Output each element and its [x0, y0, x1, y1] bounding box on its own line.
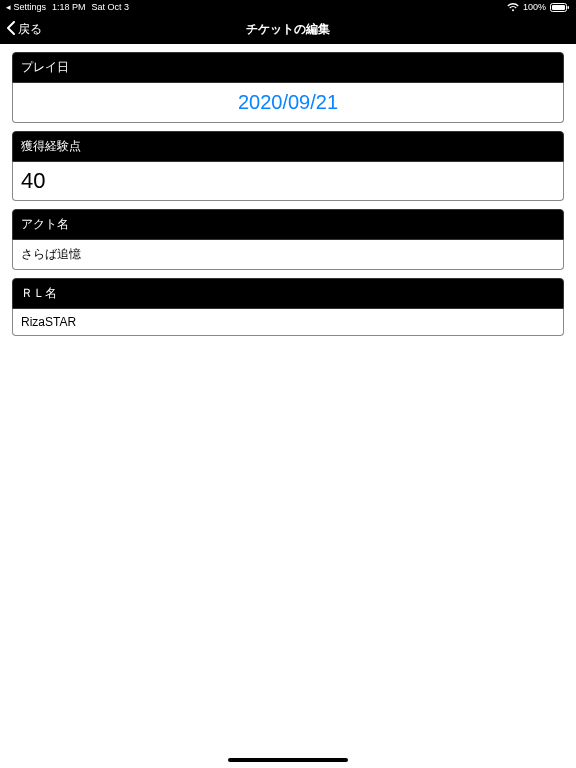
navigation-bar: 戻る チケットの編集: [0, 14, 576, 44]
label-act-name: アクト名: [12, 209, 564, 240]
status-date: Sat Oct 3: [92, 2, 130, 12]
rl-name-field[interactable]: RizaSTAR: [12, 309, 564, 336]
form-content: プレイ日 2020/09/21 獲得経験点 40 アクト名 さらば追憶 ＲＬ名 …: [0, 44, 576, 768]
group-exp: 獲得経験点 40: [12, 131, 564, 201]
home-indicator: [228, 758, 348, 762]
breadcrumb-label: Settings: [14, 2, 47, 12]
battery-icon: [550, 3, 570, 12]
page-title: チケットの編集: [0, 21, 576, 38]
label-play-date: プレイ日: [12, 52, 564, 83]
label-rl-name: ＲＬ名: [12, 278, 564, 309]
exp-field[interactable]: 40: [12, 162, 564, 201]
back-button[interactable]: 戻る: [0, 21, 42, 38]
wifi-icon: [507, 3, 519, 12]
chevron-left-icon: [6, 21, 16, 38]
group-play-date: プレイ日 2020/09/21: [12, 52, 564, 123]
play-date-field[interactable]: 2020/09/21: [12, 83, 564, 123]
group-act-name: アクト名 さらば追憶: [12, 209, 564, 270]
label-exp: 獲得経験点: [12, 131, 564, 162]
svg-rect-1: [552, 5, 565, 10]
breadcrumb-back-to-app[interactable]: ◂ Settings: [6, 2, 46, 12]
act-name-field[interactable]: さらば追憶: [12, 240, 564, 270]
status-battery-pct: 100%: [523, 2, 546, 12]
svg-rect-2: [568, 6, 570, 9]
status-time: 1:18 PM: [52, 2, 86, 12]
status-bar: ◂ Settings 1:18 PM Sat Oct 3 100%: [0, 0, 576, 14]
back-label: 戻る: [18, 21, 42, 38]
group-rl-name: ＲＬ名 RizaSTAR: [12, 278, 564, 336]
